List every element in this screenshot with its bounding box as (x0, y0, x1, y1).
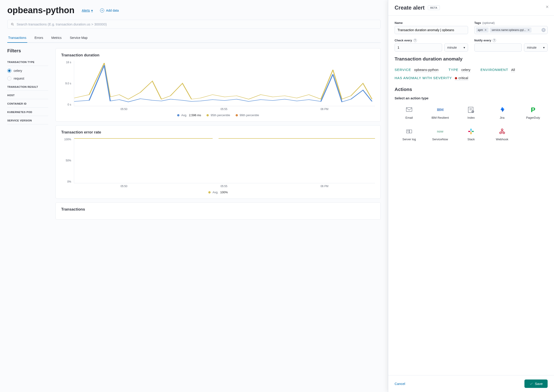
save-label: Save (535, 382, 543, 386)
radio-icon (7, 77, 11, 80)
remove-tag-button[interactable]: ✕ (484, 28, 487, 32)
tab-metrics[interactable]: Metrics (50, 33, 63, 42)
action-slack[interactable]: Slack (456, 126, 485, 142)
filter-group-kubernetes-pod[interactable]: KUBERNETES POD (7, 108, 48, 116)
tags-input[interactable]: apm ✕ service.name:opbeans-pyt... ✕ ✕ (474, 26, 548, 34)
svg-rect-17 (470, 132, 472, 134)
actions-section-title: Actions (395, 87, 548, 92)
x-tick: 05:50 (120, 185, 127, 188)
search-input[interactable] (17, 22, 377, 26)
service-title: opbeans-python (7, 6, 75, 15)
cond-env-value[interactable]: All (511, 68, 515, 72)
cond-severity-value[interactable]: critical (455, 76, 468, 80)
y-tick: 18 s (61, 61, 71, 64)
serverlog-icon (404, 127, 414, 135)
transaction-error-rate-chart: Transaction error rate 100% 50% 0% 05: (56, 125, 381, 199)
legend-value: 2,596 ms (189, 113, 201, 117)
action-pagerduty[interactable]: P PagerDuty (519, 105, 548, 121)
x-tick: 05:50 (120, 108, 127, 111)
action-servicenow[interactable]: now ServiceNow (426, 126, 455, 142)
select-value: minute (447, 46, 457, 49)
jira-icon (497, 106, 507, 114)
x-tick: 06 PM (320, 185, 328, 188)
alerts-label: Alerts (82, 9, 90, 12)
action-label: Index (468, 116, 475, 119)
legend-value: 100% (220, 190, 228, 194)
tab-transactions[interactable]: Transactions (7, 33, 27, 43)
filter-group-service-version[interactable]: SERVICE VERSION (7, 116, 48, 124)
x-tick: 05:55 (221, 185, 227, 188)
notify-every-value[interactable] (474, 43, 522, 52)
action-label: Email (406, 116, 413, 119)
check-every-unit-select[interactable]: minute ▾ (444, 43, 468, 52)
close-button[interactable] (545, 5, 549, 9)
action-index[interactable]: Index (456, 105, 485, 121)
add-data-label: Add data (106, 9, 119, 12)
chart-svg (74, 61, 375, 106)
legend-label: Avg. (212, 190, 218, 194)
cond-service-label: SERVICE (395, 68, 411, 72)
legend-avg[interactable]: Avg. 2,596 ms (177, 113, 201, 117)
mail-icon (404, 106, 414, 114)
tab-service-map[interactable]: Service Map (69, 33, 88, 42)
chevron-down-icon: ▾ (463, 46, 465, 49)
y-tick: 100% (61, 138, 71, 141)
tab-errors[interactable]: Errors (34, 33, 44, 42)
radio-label: request (14, 77, 24, 80)
clear-tags-button[interactable]: ✕ (541, 28, 546, 32)
search-icon (11, 22, 14, 26)
action-jira[interactable]: Jira (488, 105, 517, 121)
filter-group-transaction-type[interactable]: TRANSACTION TYPE (7, 57, 48, 66)
cond-type-value[interactable]: celery (462, 68, 470, 72)
radio-icon (7, 69, 11, 73)
help-icon[interactable]: ? (493, 39, 496, 42)
action-label: PagerDuty (526, 116, 540, 119)
filter-group-transaction-result[interactable]: TRANSACTION RESULT (7, 82, 48, 91)
transactions-card: Transactions (56, 202, 381, 220)
y-tick: 0 s (61, 103, 71, 106)
transaction-duration-chart: Transaction duration 18 s 9.0 s 0 s (56, 48, 381, 122)
y-tick: 9.0 s (61, 82, 71, 85)
action-email[interactable]: Email (395, 105, 424, 121)
flyout-title: Create alert (395, 5, 425, 11)
chevron-down-icon: ▾ (543, 46, 545, 49)
cancel-button[interactable]: Cancel (395, 382, 405, 386)
action-ibm[interactable]: IBM IBM Resilient (426, 105, 455, 121)
legend-99th[interactable]: 99th percentile (236, 113, 259, 117)
add-data-button[interactable]: + Add data (100, 8, 119, 13)
legend-avg[interactable]: Avg. 100% (208, 190, 228, 194)
alerts-dropdown[interactable]: Alerts ▾ (82, 9, 93, 12)
action-serverlog[interactable]: Server log (395, 126, 424, 142)
webhook-icon (497, 127, 507, 135)
cond-service-value[interactable]: opbeans-python (414, 68, 439, 72)
create-alert-flyout: Create alert BETA Name Tags (optional) (388, 0, 554, 392)
filters-title: Filters (7, 48, 48, 53)
check-every-label: Check every (395, 39, 412, 42)
tabs: Transactions Errors Metrics Service Map (7, 33, 381, 43)
search-bar[interactable] (7, 20, 381, 29)
legend-95th[interactable]: 95th percentile (206, 113, 230, 117)
condition-expression: SERVICE opbeans-python TYPE celery ENVIR… (395, 66, 548, 82)
action-webhook[interactable]: Webhook (488, 126, 517, 142)
notify-every-unit-select[interactable]: minute ▾ (524, 43, 548, 52)
action-label: ServiceNow (432, 138, 448, 141)
tag-text: apm (478, 28, 483, 32)
save-button[interactable]: Save (525, 379, 548, 388)
filter-group-container-id[interactable]: CONTAINER ID (7, 99, 48, 108)
svg-rect-18 (468, 131, 470, 132)
radio-request[interactable]: request (7, 75, 48, 82)
actions-subtitle: Select an action type (395, 96, 548, 100)
filter-group-host[interactable]: HOST (7, 91, 48, 99)
help-icon[interactable]: ? (414, 39, 417, 42)
check-icon (529, 382, 533, 386)
svg-line-1 (13, 25, 14, 26)
select-value: minute (527, 46, 536, 49)
card-title: Transactions (61, 207, 375, 212)
legend-dot-icon (177, 114, 179, 116)
check-every-value[interactable] (395, 43, 442, 52)
remove-tag-button[interactable]: ✕ (527, 28, 530, 32)
name-input[interactable] (395, 26, 468, 34)
plus-circle-icon: + (100, 8, 104, 13)
radio-celery[interactable]: celery (7, 67, 48, 75)
y-tick: 50% (61, 159, 71, 162)
